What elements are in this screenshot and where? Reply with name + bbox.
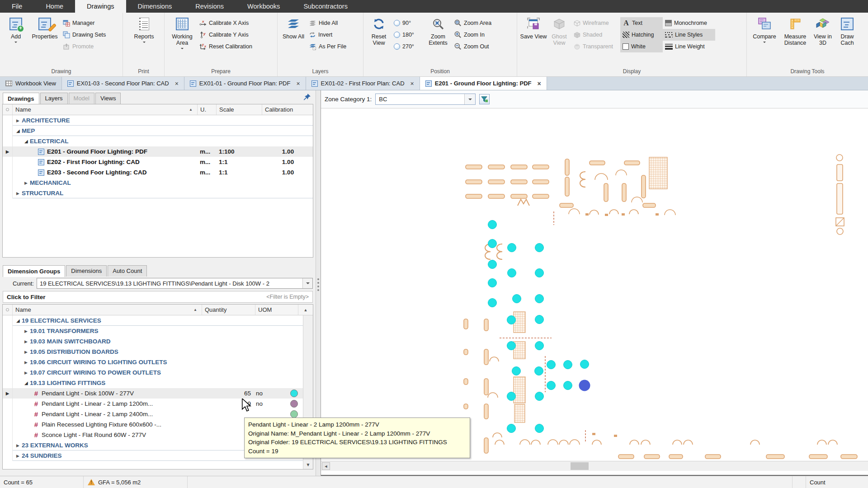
ghost-view-button[interactable]: Ghost View — [547, 15, 571, 46]
panel-tab-views[interactable]: Views — [95, 93, 121, 104]
tree-row[interactable]: #Pendant Light - Linear - 2 Lamp 1200m..… — [3, 399, 313, 409]
count-dot[interactable] — [580, 360, 589, 369]
count-dot[interactable] — [535, 342, 544, 350]
menu-item-home[interactable]: Home — [34, 0, 75, 13]
calibrate-y-axis-button[interactable]: y Calibrate Y Axis — [197, 29, 255, 41]
rotate-180-button[interactable]: 180° — [392, 29, 424, 41]
save-view-button[interactable]: Save View — [520, 15, 547, 40]
count-dot[interactable] — [512, 367, 521, 375]
count-dot[interactable] — [507, 424, 516, 433]
expand-arrow-icon[interactable]: ▶ — [24, 329, 30, 333]
expand-arrow-icon[interactable]: ▶ — [24, 350, 30, 354]
white-toggle-button[interactable]: White — [620, 41, 663, 52]
column-header-name[interactable]: Name▲ — [13, 104, 198, 115]
document-tab[interactable]: EX01-02 - First Floor Plan: CAD× — [306, 77, 420, 90]
count-dot[interactable] — [535, 295, 544, 303]
invert-button[interactable]: Invert — [307, 29, 349, 41]
panel-tab-drawings[interactable]: Drawings — [3, 93, 39, 104]
tree-row[interactable]: ▶#Pendant Light - Disk 100W - 277V65no — [3, 388, 313, 399]
wireframe-button[interactable]: Wireframe — [571, 17, 620, 29]
tree-row[interactable]: ▶19.06 CIRCUIT WIRING TO LIGHTING OUTLET… — [3, 357, 313, 367]
tree-row[interactable]: ◢19.13 LIGHTING FITTINGS — [3, 378, 313, 388]
count-dot[interactable] — [564, 361, 572, 369]
expand-arrow-icon[interactable]: ▶ — [16, 118, 22, 123]
count-dot[interactable] — [547, 361, 556, 369]
hide-all-button[interactable]: Hide All — [307, 17, 349, 29]
combo-dropdown-button[interactable] — [464, 94, 475, 104]
monochrome-button[interactable]: Monochrome — [663, 17, 715, 29]
scroll-up-button[interactable]: ▲ — [298, 305, 313, 315]
tree-row[interactable]: ▶MECHANICAL — [3, 178, 313, 188]
count-dot[interactable] — [488, 239, 497, 248]
tree-row[interactable]: ▶19.01 TRANSFORMERS — [3, 326, 313, 336]
menu-item-subcontractors[interactable]: Subcontractors — [292, 0, 359, 13]
tree-row[interactable]: ▶ARCHITECTURE — [3, 115, 313, 126]
drawing-cache-button[interactable]: Draw Cach — [835, 15, 860, 46]
zoom-in-button[interactable]: Zoom In — [452, 29, 494, 41]
compare-button[interactable]: Compare — [750, 15, 779, 44]
filter-row[interactable]: Click to Filter <Filter is Empty> — [3, 291, 313, 303]
panel-tab-layers[interactable]: Layers — [40, 93, 68, 104]
shaded-button[interactable]: Shaded — [571, 29, 620, 41]
hatching-toggle-button[interactable]: Hatching — [620, 29, 663, 41]
scroll-left-button[interactable]: ◄ — [322, 462, 330, 470]
transparent-button[interactable]: Transparent — [571, 41, 620, 52]
menu-item-dimensions[interactable]: Dimensions — [126, 0, 184, 13]
document-tab[interactable]: EX01-03 - Second Floor Plan: CAD× — [62, 77, 184, 90]
workbook-view-tab[interactable]: Workbook View — [0, 77, 62, 90]
tree-row[interactable]: ◢19 ELECTRICAL SERVICES — [3, 315, 313, 326]
zoom-out-button[interactable]: Zoom Out — [452, 41, 494, 52]
panel-tab-model[interactable]: Model — [69, 93, 94, 104]
tree-row[interactable]: ▶STRUCTURAL — [3, 188, 313, 198]
collapse-arrow-icon[interactable]: ◢ — [16, 318, 22, 323]
count-dot[interactable] — [535, 367, 543, 375]
working-area-button[interactable]: Working Area — [167, 15, 197, 51]
document-tab[interactable]: EX01-01 - Ground Floor Plan: PDF× — [184, 77, 306, 90]
tree-row[interactable]: E202 - First Floor Lighting: CADm...1:11… — [3, 157, 313, 167]
show-all-button[interactable]: Show All — [280, 15, 307, 40]
menu-item-drawings[interactable]: Drawings — [75, 0, 126, 13]
count-color-dot[interactable] — [290, 399, 299, 409]
count-dot[interactable] — [508, 244, 516, 252]
combo-dropdown-button[interactable] — [302, 278, 312, 288]
zone-category-combo[interactable]: BC — [375, 94, 476, 105]
tree-row[interactable]: ◢ELECTRICAL — [3, 136, 313, 146]
properties-button[interactable]: Properties — [29, 15, 61, 40]
column-header-quantity[interactable]: Quantity — [202, 305, 255, 315]
expand-arrow-icon[interactable]: ▶ — [16, 191, 22, 196]
horizontal-scrollbar[interactable]: ◄ — [321, 461, 868, 471]
tree-row[interactable]: ▶19.07 CIRCUIT WIRING TO POWER OUTLETS — [3, 367, 313, 378]
menu-item-file[interactable]: File — [0, 0, 34, 13]
close-icon[interactable]: × — [410, 80, 414, 87]
zoom-area-button[interactable]: Zoom Area — [452, 17, 494, 29]
scroll-down-button[interactable]: ▼ — [306, 460, 311, 469]
rotate-270-button[interactable]: 270° — [392, 41, 424, 52]
menu-item-workbooks[interactable]: Workbooks — [236, 0, 292, 13]
view-in-3d-button[interactable]: View in 3D — [811, 15, 835, 46]
collapse-arrow-icon[interactable]: ◢ — [16, 128, 22, 133]
count-dot[interactable] — [508, 269, 516, 277]
collapse-arrow-icon[interactable]: ◢ — [24, 139, 30, 144]
manager-button[interactable]: Manager — [61, 17, 108, 29]
as-per-file-button[interactable]: As Per File — [307, 41, 349, 52]
menu-item-revisions[interactable]: Revisions — [184, 0, 236, 13]
tree-row[interactable]: E203 - Second Foor Lighting: CADm...1:11… — [3, 167, 313, 178]
zoom-extents-button[interactable]: Zoom Extents — [424, 15, 452, 46]
panel-tab-auto-count[interactable]: Auto Count — [108, 265, 147, 277]
expand-arrow-icon[interactable]: ▶ — [16, 454, 22, 458]
expand-arrow-icon[interactable]: ▶ — [24, 339, 30, 344]
reset-calibration-button[interactable]: yx Reset Calibration — [197, 41, 255, 52]
count-dot[interactable] — [535, 315, 544, 324]
current-group-combo[interactable]: 19 ELECTRICAL SERVICES\19.13 LIGHTING FI… — [37, 278, 313, 289]
count-dot[interactable] — [535, 244, 544, 252]
promote-button[interactable]: Promote — [61, 41, 108, 52]
expand-arrow-icon[interactable]: ▶ — [24, 181, 30, 185]
pin-icon[interactable] — [303, 93, 311, 101]
count-dot[interactable] — [488, 260, 497, 269]
count-dot[interactable] — [535, 392, 544, 401]
count-dot[interactable] — [535, 269, 544, 277]
count-dot[interactable] — [513, 295, 521, 303]
selected-count-dot[interactable] — [579, 380, 590, 391]
tree-row[interactable]: ◢MEP — [3, 126, 313, 136]
drawing-canvas[interactable] — [321, 108, 868, 461]
